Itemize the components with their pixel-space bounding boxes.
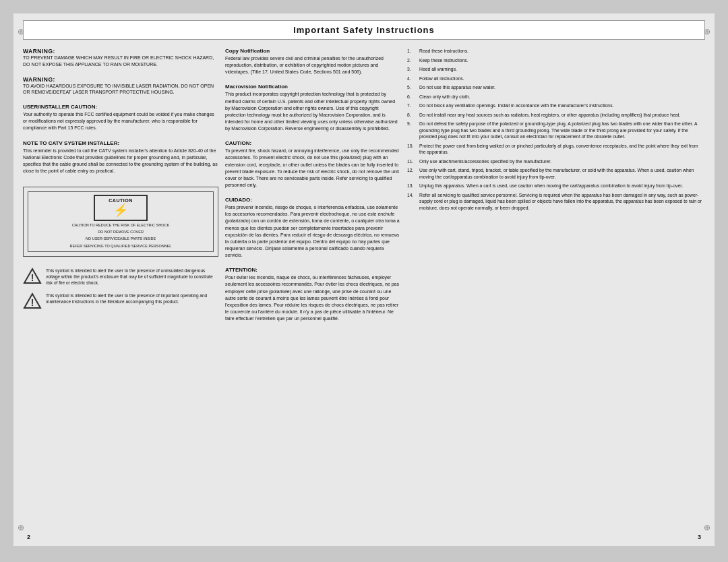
page-title: Important Safety Instructions — [293, 25, 435, 35]
caution-section-title: CAUTION: — [225, 140, 400, 146]
list-num: 6. — [407, 94, 417, 100]
list-item: 11.Only use attachments/accessories spec… — [407, 158, 705, 165]
list-text: Follow all instructions. — [419, 75, 464, 82]
svg-text:!: ! — [31, 297, 34, 308]
list-item: 4.Follow all instructions. — [407, 75, 705, 82]
copy-notification-text: Federal law provides severe civil and cr… — [225, 55, 400, 75]
attention-title: ATTENTION: — [225, 267, 400, 273]
list-num: 9. — [407, 121, 417, 140]
list-item: 6.Clean only with dry cloth. — [407, 94, 705, 100]
alert-row-1: ! This symbol is intended to alert the u… — [23, 268, 218, 286]
caution-box: CAUTION ⚡ CAUTION TO REDUCE THE RISK OF … — [23, 187, 218, 257]
copy-notification: Copy Notification Federal law provides s… — [225, 48, 400, 75]
alert-2-text: This symbol is intended to alert the use… — [46, 292, 218, 305]
list-item: 14.Refer all servicing to qualified serv… — [407, 192, 705, 212]
list-num: 12. — [407, 167, 417, 180]
cuidado-text: Para prevenir incendio, riesgo de choque… — [225, 204, 400, 259]
page-number-right: 3 — [698, 534, 701, 540]
list-num: 10. — [407, 143, 417, 156]
user-installer-caution: USER/INSTALLER CAUTION: Your authority t… — [23, 104, 218, 131]
attention-text: Pour éviter les incendis, riaque de choc… — [225, 274, 400, 322]
list-text: Clean only with dry cloth. — [419, 94, 471, 100]
list-num: 3. — [407, 66, 417, 73]
list-item: 2.Keep these instructions. — [407, 57, 705, 64]
caution-line3: NO USER-SERVICEABLE PARTS INSIDE — [86, 237, 156, 241]
middle-column: Copy Notification Federal law provides s… — [225, 48, 400, 536]
list-item: 5.Do not use this apparatus near water. — [407, 84, 705, 91]
list-text: Use only with cart, stand, tripod, brack… — [419, 167, 705, 180]
list-num: 4. — [407, 75, 417, 82]
warning-2: WARNING: TO AVOID HAZARDOUS EXPOSURE TO … — [23, 76, 218, 96]
caution-icon-box: CAUTION ⚡ — [94, 195, 148, 221]
list-num: 14. — [407, 192, 417, 212]
list-text: Keep these instructions. — [419, 57, 468, 64]
user-installer-text: Your authority to operate this FCC certi… — [23, 111, 218, 131]
caution-line1: CAUTION TO REDUCE THE RISK OF ELECTRIC S… — [72, 223, 169, 228]
catv-note-title: NOTE TO CATV SYSTEM INSTALLER: — [23, 140, 218, 146]
list-item: 9.Do not defeat the safety purpose of th… — [407, 121, 705, 140]
right-column: 1.Read these instructions.2.Keep these i… — [407, 48, 705, 536]
content-area: WARNING: TO PREVENT DAMAGE WHICH MAY RES… — [23, 48, 705, 536]
list-item: 8.Do not install near any heat sources s… — [407, 112, 705, 119]
lightning-icon: ⚡ — [113, 203, 128, 218]
list-num: 8. — [407, 112, 417, 119]
alert-triangle-icon-2: ! — [23, 292, 42, 309]
reg-mark-bl: ⊕ — [18, 523, 24, 532]
svg-text:!: ! — [31, 272, 34, 283]
caution-icon-label: CAUTION — [109, 198, 132, 203]
list-item: 10.Protect the power cord from being wal… — [407, 143, 705, 156]
catv-note: NOTE TO CATV SYSTEM INSTALLER: This remi… — [23, 140, 218, 175]
catv-note-text: This reminder is provided to call the CA… — [23, 148, 218, 175]
list-text: Only use attachments/accessories specifi… — [419, 158, 551, 165]
macrovision: Macrovision Notification This product in… — [225, 84, 400, 132]
list-item: 7.Do not block any ventilation openings.… — [407, 102, 705, 109]
list-text: Heed all warnings. — [419, 66, 457, 73]
list-text: Refer all servicing to qualified service… — [419, 192, 705, 212]
page-number-left: 2 — [27, 534, 30, 540]
list-num: 13. — [407, 183, 417, 189]
copy-notification-title: Copy Notification — [225, 48, 400, 54]
left-column: WARNING: TO PREVENT DAMAGE WHICH MAY RES… — [23, 48, 218, 536]
list-text: Do not defeat the safety purpose of the … — [419, 121, 705, 140]
macrovision-title: Macrovision Notification — [225, 84, 400, 90]
reg-mark-tr: ⊕ — [704, 27, 710, 36]
warning-1: WARNING: TO PREVENT DAMAGE WHICH MAY RES… — [23, 48, 218, 68]
list-item: 12.Use only with cart, stand, tripod, br… — [407, 167, 705, 180]
safety-instructions-list: 1.Read these instructions.2.Keep these i… — [407, 48, 705, 214]
list-text: Do not install near any heat sources suc… — [419, 112, 680, 119]
warning-2-text: TO AVOID HAZARDOUS EXPOSURE TO INVISIBLE… — [23, 83, 218, 96]
list-num: 2. — [407, 57, 417, 64]
caution-section-text: To prevent fire, shock hazard, or annoyi… — [225, 148, 400, 189]
list-text: Protect the power cord from being walked… — [419, 143, 705, 156]
user-installer-title: USER/INSTALLER CAUTION: — [23, 104, 218, 110]
alert-1-text: This symbol is intended to alert the use… — [46, 268, 218, 286]
page-wrapper: ⊕ ⊕ ⊕ ⊕ Important Safety Instructions WA… — [13, 13, 715, 546]
warning-2-title: WARNING: — [23, 76, 218, 83]
alert-row-2: ! This symbol is intended to alert the u… — [23, 292, 218, 309]
caution-line2: DO NOT REMOVE COVER — [98, 230, 144, 235]
list-num: 1. — [407, 48, 417, 55]
reg-mark-tl: ⊕ — [18, 27, 24, 36]
list-text: Do not use this apparatus near water. — [419, 84, 495, 91]
reg-mark-br: ⊕ — [704, 523, 710, 532]
list-text: Read these instructions. — [419, 48, 468, 55]
macrovision-text: This product incorporates copyright prot… — [225, 91, 400, 132]
list-item: 3.Heed all warnings. — [407, 66, 705, 73]
list-item: 13.Unplug this apparatus. When a cart is… — [407, 183, 705, 189]
page-header: Important Safety Instructions — [23, 20, 705, 40]
caution-line4: REFER SERVICING TO QUALIFIED SERVICE PER… — [70, 244, 172, 249]
list-text: Do not block any ventilation openings. I… — [419, 102, 613, 109]
list-text: Unplug this apparatus. When a cart is us… — [419, 183, 683, 189]
warning-1-text: TO PREVENT DAMAGE WHICH MAY RESULT IN FI… — [23, 55, 218, 68]
warning-1-title: WARNING: — [23, 48, 218, 55]
caution-inner: CAUTION ⚡ CAUTION TO REDUCE THE RISK OF … — [28, 191, 214, 252]
alert-triangle-icon-1: ! — [23, 268, 42, 284]
cuidado-section: CUIDADO: Para prevenir incendio, riesgo … — [225, 197, 400, 259]
cuidado-title: CUIDADO: — [225, 197, 400, 203]
list-num: 11. — [407, 158, 417, 165]
attention-section: ATTENTION: Pour éviter les incendis, ria… — [225, 267, 400, 322]
list-num: 7. — [407, 102, 417, 109]
list-item: 1.Read these instructions. — [407, 48, 705, 55]
caution-section: CAUTION: To prevent fire, shock hazard, … — [225, 140, 400, 189]
list-num: 5. — [407, 84, 417, 91]
